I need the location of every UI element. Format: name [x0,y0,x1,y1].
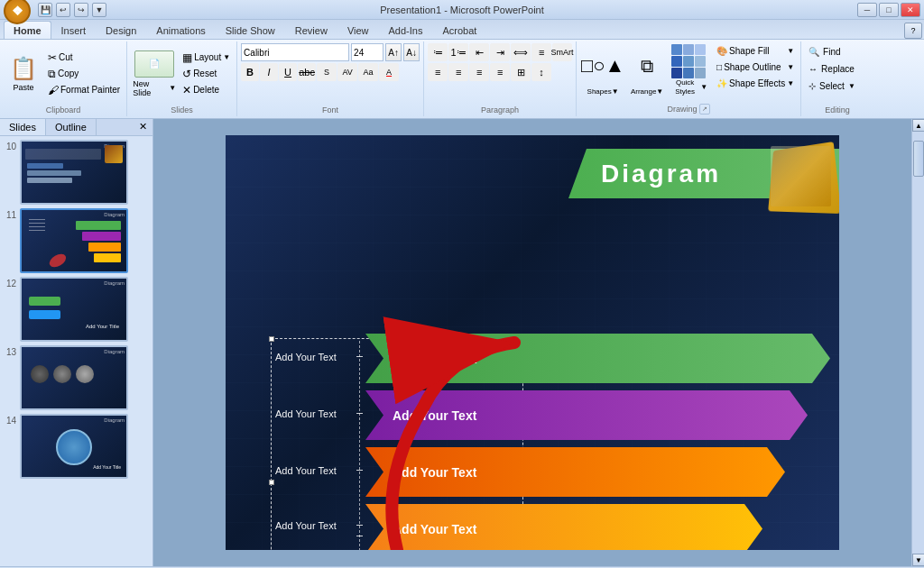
reset-button[interactable]: ↺ Reset [180,66,233,81]
quick-styles-button[interactable]: Quick Styles▼ [669,43,708,98]
select-button[interactable]: ⊹ Select ▼ [805,78,859,94]
find-button[interactable]: 🔍 Find [805,43,859,60]
tab-view[interactable]: View [337,21,379,39]
step-2-left-label: Add Your Text [275,408,337,419]
shadow-button[interactable]: S [317,63,337,81]
convert-smartart-button[interactable]: SmArt [552,43,572,61]
quick-access-toolbar[interactable]: ❖ 💾 ↩ ↪ ▼ [4,0,106,24]
editing-group: 🔍 Find ↔ Replace ⊹ Select ▼ Editing [801,41,873,116]
shapes-button[interactable]: □○▲ Shapes▼ [580,43,625,98]
step-4-left-label: Add Your Text [275,520,337,531]
replace-button[interactable]: ↔ Replace [805,60,859,77]
minimize-button[interactable]: ─ [857,3,877,17]
right-scrollbar[interactable]: ▲ ▼ [911,119,924,566]
list-item[interactable]: 14 Diagram Add Your Title [4,414,149,479]
title-bar: ❖ 💾 ↩ ↪ ▼ Presentation1 - Microsoft Powe… [0,0,924,20]
slide-13-thumbnail[interactable]: Diagram [20,345,128,410]
window-title: Presentation1 - Microsoft PowerPoint [380,5,544,15]
tab-addins[interactable]: Add-Ins [379,21,433,39]
font-group: A↑ A↓ B I U abc S AV Aa A Font [237,41,424,116]
slide-cube-image [767,142,835,210]
increase-font-size-button[interactable]: A↑ [385,43,402,61]
italic-button[interactable]: I [260,63,278,81]
justify-button[interactable]: ≡ [490,63,510,81]
panel-close-button[interactable]: ✕ [134,119,152,135]
tab-acrobat[interactable]: Acrobat [432,21,486,39]
decrease-font-size-button[interactable]: A↓ [403,43,420,61]
shape-fill-button[interactable]: 🎨 Shape Fill ▼ [714,43,797,59]
delete-button[interactable]: ✕ Delete [180,82,233,97]
spacing-button[interactable]: AV [337,63,357,81]
shape-outline-button[interactable]: □ Shape Outline ▼ [714,60,797,75]
list-item[interactable]: 12 Diagram Add Your Title [4,277,149,342]
customize-button[interactable]: ▼ [92,3,106,17]
line-spacing-button[interactable]: ↕ [531,63,551,81]
panel-tab-slides[interactable]: Slides [0,119,46,135]
font-size-input[interactable] [351,43,383,61]
text-direction-button[interactable]: ⟺ [511,43,531,61]
paragraph-group: ≔ 1≔ ⇤ ⇥ ⟺ ≡ SmArt ≡ ≡ ≡ ≡ ⊞ ↕ Paragr [424,41,577,116]
panel-tabs: Slides Outline ✕ [0,119,152,136]
increase-indent-button[interactable]: ⇥ [490,43,510,61]
bullets-button[interactable]: ≔ [428,43,448,61]
align-right-button[interactable]: ≡ [469,63,489,81]
numbering-button[interactable]: 1≔ [448,43,468,61]
slide-14-thumbnail[interactable]: Diagram Add Your Title [20,414,128,479]
new-slide-button[interactable]: 📄 New Slide ▼ [131,49,178,99]
tab-review[interactable]: Review [285,21,337,39]
ribbon-content: 📋 Paste ✂ Cut ⧉ Copy 🖌 Format Painter Cl… [0,40,924,119]
curved-arrow [352,316,559,550]
slide-10-thumbnail[interactable]: Diagram [20,140,128,205]
tab-slideshow[interactable]: Slide Show [216,21,285,39]
step-3-left-label: Add Your Text [275,465,337,476]
strikethrough-button[interactable]: abc [298,63,316,81]
font-color-button[interactable]: A [379,63,399,81]
slide-thumbnails: 10 Diagram 11 Diagram [0,136,152,566]
undo-button[interactable]: ↩ [56,3,70,17]
drawing-group: □○▲ Shapes▼ ⧉ Arrange▼ [577,41,801,116]
close-button[interactable]: ✕ [901,3,920,17]
slide-canvas: Diagram Add Yo [226,135,839,550]
copy-button[interactable]: ⧉ Copy [45,66,123,81]
maximize-button[interactable]: □ [879,3,899,17]
slide-12-thumbnail[interactable]: Diagram Add Your Title [20,277,128,342]
scroll-up-button[interactable]: ▲ [912,119,924,132]
redo-button[interactable]: ↪ [74,3,88,17]
scroll-down-button[interactable]: ▼ [912,554,924,566]
underline-button[interactable]: U [279,63,297,81]
bold-button[interactable]: B [241,63,259,81]
save-button[interactable]: 💾 [38,3,52,17]
align-text-button[interactable]: ≡ [531,43,551,61]
paste-button[interactable]: 📋 Paste [4,49,43,99]
font-name-input[interactable] [241,43,349,61]
ribbon-tabs: Home Insert Design Animations Slide Show… [0,20,924,40]
panel-tab-outline[interactable]: Outline [46,119,97,135]
cut-button[interactable]: ✂ Cut [45,50,123,65]
list-item[interactable]: 13 Diagram [4,345,149,410]
align-left-button[interactable]: ≡ [428,63,448,81]
list-item[interactable]: 11 Diagram [4,208,149,273]
align-center-button[interactable]: ≡ [448,63,468,81]
clipboard-group: 📋 Paste ✂ Cut ⧉ Copy 🖌 Format Painter Cl… [0,41,127,116]
format-painter-button[interactable]: 🖌 Format Painter [45,82,123,97]
slide-main[interactable]: Diagram Add Yo [153,119,911,566]
arrange-button[interactable]: ⧉ Arrange▼ [627,43,667,98]
scroll-thumb[interactable] [913,141,924,177]
step-1-left-label: Add Your Text [275,352,337,362]
decrease-indent-button[interactable]: ⇤ [469,43,489,61]
tab-animations[interactable]: Animations [146,21,215,39]
slide-title: Diagram [601,160,721,188]
shape-effects-button[interactable]: ✨ Shape Effects ▼ [714,76,797,91]
main-area: Slides Outline ✕ 10 Diagram [0,119,924,566]
change-case-button[interactable]: Aa [358,63,378,81]
list-item[interactable]: 10 Diagram [4,140,149,205]
slide-panel: Slides Outline ✕ 10 Diagram [0,119,153,566]
office-button[interactable]: ❖ [4,0,31,24]
slide-11-thumbnail[interactable]: Diagram [20,208,128,273]
columns-button[interactable]: ⊞ [511,63,531,81]
layout-button[interactable]: ▦ Layout ▼ [180,50,233,65]
slides-group: 📄 New Slide ▼ ▦ Layout ▼ ↺ Reset [127,41,237,116]
window-controls[interactable]: ─ □ ✕ [857,3,920,17]
scroll-track[interactable] [912,132,924,554]
ribbon-help-button[interactable]: ? [904,23,922,39]
